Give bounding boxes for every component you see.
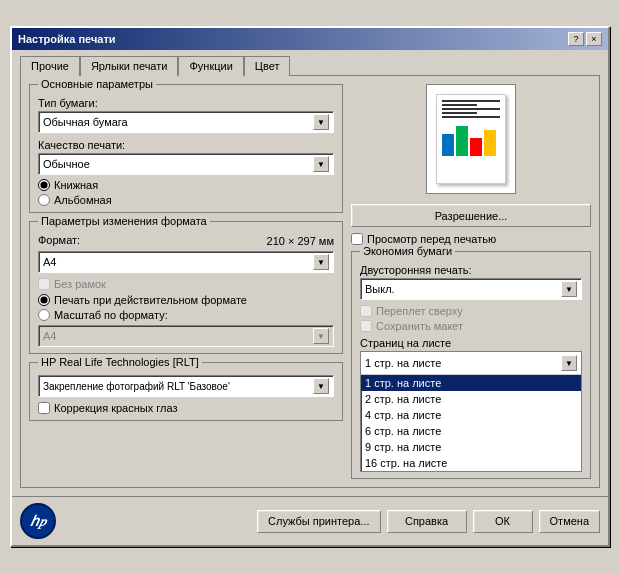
basic-params-label: Основные параметры — [38, 78, 156, 90]
scale-arrow[interactable]: ▼ — [313, 328, 329, 344]
format-label: Формат: — [38, 234, 80, 246]
pages-option-3[interactable]: 4 стр. на листе — [361, 407, 581, 423]
chart-bar-3 — [470, 138, 482, 156]
bind-top-checkbox-label[interactable]: Переплет сверху — [360, 305, 582, 317]
help-title-button[interactable]: ? — [568, 32, 584, 46]
preview-line-3 — [442, 108, 500, 110]
no-border-checkbox[interactable] — [38, 278, 50, 290]
no-border-checkbox-label[interactable]: Без рамок — [38, 278, 334, 290]
duplex-label: Двусторонняя печать: — [360, 264, 582, 276]
rlt-group: HP Real Life Technologies [RLT] Закрепле… — [29, 362, 343, 421]
print-quality-value: Обычное — [43, 158, 90, 170]
preview-image-area — [351, 84, 591, 194]
bind-top-checkbox[interactable] — [360, 305, 372, 317]
tab-shortcuts[interactable]: Ярлыки печати — [80, 56, 179, 76]
bottom-buttons: Службы принтера... Справка ОК Отмена — [257, 510, 600, 533]
resolution-row: Разрешение... — [351, 204, 591, 227]
paper-type-value: Обычная бумага — [43, 116, 128, 128]
bind-top-label: Переплет сверху — [376, 305, 463, 317]
scale-to-label: Масштаб по формату: — [54, 309, 168, 321]
basic-params-group: Основные параметры Тип бумаги: Обычная б… — [29, 84, 343, 213]
rlt-arrow[interactable]: ▼ — [313, 378, 329, 394]
preview-label: Просмотр перед печатью — [367, 233, 496, 245]
print-quality-select[interactable]: Обычное ▼ — [38, 153, 334, 175]
pages-option-4[interactable]: 6 стр. на листе — [361, 423, 581, 439]
red-eye-checkbox[interactable] — [38, 402, 50, 414]
save-layout-checkbox-label[interactable]: Сохранить макет — [360, 320, 582, 332]
preview-line-2 — [442, 104, 477, 106]
preview-text-lines — [437, 95, 505, 123]
preview-line-1 — [442, 100, 500, 102]
resolution-button[interactable]: Разрешение... — [351, 204, 591, 227]
pages-dropdown-header[interactable]: 1 стр. на листе ▼ — [361, 352, 581, 374]
landscape-radio[interactable] — [38, 194, 50, 206]
duplex-arrow[interactable]: ▼ — [561, 281, 577, 297]
paper-type-select[interactable]: Обычная бумага ▼ — [38, 111, 334, 133]
ok-button[interactable]: ОК — [473, 510, 533, 533]
dialog-window: Настройка печати ? × Прочие Ярлыки печат… — [10, 26, 610, 547]
pages-option-5[interactable]: 9 стр. на листе — [361, 439, 581, 455]
format-group: Параметры изменения формата Формат: 210 … — [29, 221, 343, 354]
economy-group: Экономия бумаги Двусторонняя печать: Вык… — [351, 251, 591, 479]
preview-checkbox-label[interactable]: Просмотр перед печатью — [351, 233, 591, 245]
scale-group: Печать при действительном формате Масшта… — [38, 294, 334, 321]
actual-size-radio[interactable] — [38, 294, 50, 306]
window-title: Настройка печати — [18, 33, 116, 45]
pages-label: Страниц на листе — [360, 337, 582, 349]
red-eye-checkbox-label[interactable]: Коррекция красных глаз — [38, 402, 334, 414]
save-layout-checkbox[interactable] — [360, 320, 372, 332]
actual-size-radio-label[interactable]: Печать при действительном формате — [38, 294, 334, 306]
economy-group-label: Экономия бумаги — [360, 245, 455, 257]
portrait-radio[interactable] — [38, 179, 50, 191]
paper-type-label: Тип бумаги: — [38, 97, 334, 109]
pages-option-1[interactable]: 1 стр. на листе — [361, 375, 581, 391]
print-quality-arrow[interactable]: ▼ — [313, 156, 329, 172]
pages-dropdown-arrow[interactable]: ▼ — [561, 355, 577, 371]
save-layout-label: Сохранить макет — [376, 320, 463, 332]
cancel-button[interactable]: Отмена — [539, 510, 600, 533]
landscape-label: Альбомная — [54, 194, 112, 206]
hp-logo: ℎ𝑝 — [20, 503, 56, 539]
scale-select[interactable]: А4 ▼ — [38, 325, 334, 347]
close-title-button[interactable]: × — [586, 32, 602, 46]
pages-dropdown[interactable]: 1 стр. на листе ▼ 1 стр. на листе 2 стр.… — [360, 351, 582, 472]
pages-dropdown-list: 1 стр. на листе 2 стр. на листе 4 стр. н… — [361, 374, 581, 471]
orientation-landscape[interactable]: Альбомная — [38, 194, 334, 206]
preview-checkbox[interactable] — [351, 233, 363, 245]
red-eye-row: Коррекция красных глаз — [38, 402, 334, 414]
paper-type-arrow[interactable]: ▼ — [313, 114, 329, 130]
tab-prochie[interactable]: Прочие — [20, 56, 80, 76]
format-select[interactable]: А4 ▼ — [38, 251, 334, 273]
actual-size-label: Печать при действительном формате — [54, 294, 247, 306]
scale-to-radio[interactable] — [38, 309, 50, 321]
format-arrow[interactable]: ▼ — [313, 254, 329, 270]
dialog-content: Прочие Ярлыки печати Функции Цвет Основн… — [12, 50, 608, 496]
tab-functions[interactable]: Функции — [178, 56, 243, 76]
chart-bar-4 — [484, 130, 496, 156]
duplex-select[interactable]: Выкл. ▼ — [360, 278, 582, 300]
tab-panel: Основные параметры Тип бумаги: Обычная б… — [20, 75, 600, 488]
help-button[interactable]: Справка — [387, 510, 467, 533]
tab-bar: Прочие Ярлыки печати Функции Цвет — [20, 56, 600, 76]
title-controls: ? × — [568, 32, 602, 46]
pages-option-2[interactable]: 2 стр. на листе — [361, 391, 581, 407]
rlt-select[interactable]: Закрепление фотографий RLT 'Базовое' ▼ — [38, 375, 334, 397]
red-eye-label: Коррекция красных глаз — [54, 402, 177, 414]
orientation-portrait[interactable]: Книжная — [38, 179, 334, 191]
format-row: Формат: 210 × 297 мм — [38, 234, 334, 248]
orientation-group: Книжная Альбомная — [38, 179, 334, 206]
no-border-label: Без рамок — [54, 278, 106, 290]
scale-to-radio-label[interactable]: Масштаб по формату: — [38, 309, 334, 321]
preview-line-4 — [442, 112, 477, 114]
pages-option-6[interactable]: 16 стр. на листе — [361, 455, 581, 471]
preview-line-5 — [442, 116, 500, 118]
format-value: А4 — [43, 256, 56, 268]
chart-bar-2 — [456, 126, 468, 156]
preview-box — [426, 84, 516, 194]
tab-color[interactable]: Цвет — [244, 56, 291, 76]
right-column: Разрешение... Просмотр перед печатью Эко… — [351, 84, 591, 479]
services-button[interactable]: Службы принтера... — [257, 510, 380, 533]
portrait-label: Книжная — [54, 179, 98, 191]
format-size: 210 × 297 мм — [267, 235, 334, 247]
scale-value: А4 — [43, 330, 56, 342]
